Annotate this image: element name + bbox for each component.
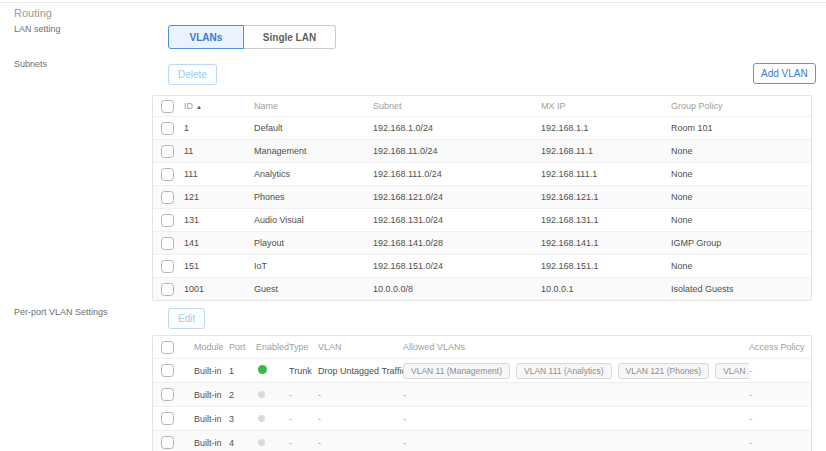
row-checkbox[interactable] (161, 388, 174, 401)
table-row[interactable]: Built-in3---- (153, 406, 811, 430)
subnets-table-header: ID▲ Name Subnet MX IP Group Policy (153, 96, 811, 116)
table-row[interactable]: 141Playout192.168.141.0/28192.168.141.1I… (153, 231, 811, 254)
subnets-label: Subnets (14, 59, 47, 69)
table-row[interactable]: 1Default192.168.1.0/24192.168.1.1Room 10… (153, 116, 811, 139)
cell-mx-ip: 192.168.131.1 (541, 215, 671, 225)
cell-group-policy: None (671, 169, 811, 179)
row-checkbox[interactable] (161, 145, 174, 158)
cell-group-policy: None (671, 261, 811, 271)
cell-type: Trunk (289, 366, 318, 376)
checkbox-cell (153, 436, 194, 449)
cell-enabled (256, 365, 289, 376)
row-checkbox[interactable] (161, 237, 174, 250)
cell-id: 1 (184, 123, 254, 133)
cell-vlan: Drop Untagged Traffic (318, 366, 403, 376)
select-all-ports-checkbox[interactable] (161, 341, 174, 354)
lan-setting-label: LAN setting (14, 24, 61, 34)
cell-type: - (289, 414, 318, 424)
cell-port: 1 (229, 366, 256, 376)
cell-group-policy: Room 101 (671, 123, 811, 133)
cell-allowed-vlans: - (403, 390, 749, 400)
column-header-module[interactable]: Module (194, 342, 229, 352)
cell-allowed-vlans-empty: - (403, 414, 406, 424)
cell-enabled (256, 390, 289, 400)
column-header-group-policy[interactable]: Group Policy (671, 101, 811, 111)
row-checkbox[interactable] (161, 436, 174, 449)
subnets-table: ID▲ Name Subnet MX IP Group Policy 1Defa… (152, 95, 812, 301)
cell-allowed-vlans: - (403, 414, 749, 424)
row-checkbox[interactable] (161, 364, 174, 377)
cell-name: Analytics (254, 169, 373, 179)
column-header-id[interactable]: ID▲ (184, 101, 254, 111)
cell-group-policy: Isolated Guests (671, 284, 811, 294)
cell-mx-ip: 192.168.141.1 (541, 238, 671, 248)
checkbox-cell (153, 237, 184, 250)
cell-vlan: - (318, 390, 403, 400)
page-title: Routing (14, 7, 52, 19)
cell-id: 11 (184, 146, 254, 156)
row-checkbox[interactable] (161, 260, 174, 273)
column-header-enabled[interactable]: Enabled (256, 342, 289, 352)
column-header-name[interactable]: Name (254, 101, 373, 111)
add-vlan-button[interactable]: Add VLAN (753, 63, 816, 84)
allowed-vlan-chip: VLAN 111 (Analytics) (516, 363, 612, 379)
table-row[interactable]: Built-in2---- (153, 382, 811, 406)
cell-group-policy: None (671, 215, 811, 225)
disabled-dot-icon (258, 415, 265, 422)
cell-name: Phones (254, 192, 373, 202)
table-row[interactable]: 111Analytics192.168.111.0/24192.168.111.… (153, 162, 811, 185)
checkbox-cell (153, 122, 184, 135)
table-row[interactable]: 11Management192.168.11.0/24192.168.11.1N… (153, 139, 811, 162)
table-row[interactable]: Built-in1TrunkDrop Untagged TrafficVLAN … (153, 358, 811, 382)
cell-subnet: 10.0.0.0/8 (373, 284, 541, 294)
row-checkbox[interactable] (161, 214, 174, 227)
column-header-subnet[interactable]: Subnet (373, 101, 541, 111)
allowed-vlan-chip: VLAN 121 (Phones) (618, 363, 710, 379)
column-header-port[interactable]: Port (229, 342, 256, 352)
column-header-type[interactable]: Type (289, 342, 318, 352)
checkbox-cell (153, 412, 194, 425)
cell-access-policy: - (749, 366, 811, 376)
table-row[interactable]: 131Audio Visual192.168.131.0/24192.168.1… (153, 208, 811, 231)
cell-mx-ip: 192.168.151.1 (541, 261, 671, 271)
cell-subnet: 192.168.111.0/24 (373, 169, 541, 179)
row-checkbox[interactable] (161, 283, 174, 296)
per-port-label: Per-port VLAN Settings (14, 307, 108, 317)
cell-type: - (289, 390, 318, 400)
top-divider (0, 2, 826, 3)
cell-subnet: 192.168.121.0/24 (373, 192, 541, 202)
checkbox-cell (153, 283, 184, 296)
row-checkbox[interactable] (161, 168, 174, 181)
allowed-vlan-chip: VLAN 1001 (Guest) (715, 363, 749, 379)
per-port-table-body: Built-in1TrunkDrop Untagged TrafficVLAN … (153, 358, 811, 451)
cell-allowed-vlans-empty: - (403, 438, 406, 448)
enabled-dot-icon (258, 365, 267, 374)
delete-button[interactable]: Delete (168, 64, 217, 85)
row-checkbox[interactable] (161, 122, 174, 135)
column-header-vlan[interactable]: VLAN (318, 342, 403, 352)
row-checkbox[interactable] (161, 191, 174, 204)
row-checkbox[interactable] (161, 412, 174, 425)
cell-group-policy: IGMP Group (671, 238, 811, 248)
checkbox-cell (153, 191, 184, 204)
table-row[interactable]: 151IoT192.168.151.0/24192.168.151.1None (153, 254, 811, 277)
table-row[interactable]: 1001Guest10.0.0.0/810.0.0.1Isolated Gues… (153, 277, 811, 300)
cell-mx-ip: 192.168.121.1 (541, 192, 671, 202)
cell-allowed-vlans-empty: - (403, 390, 406, 400)
select-all-checkbox[interactable] (161, 100, 174, 113)
column-header-access-policy[interactable]: Access Policy (749, 342, 811, 352)
cell-enabled (256, 414, 289, 424)
toggle-vlans-button[interactable]: VLANs (168, 25, 244, 49)
cell-module: Built-in (194, 438, 229, 448)
table-row[interactable]: 121Phones192.168.121.0/24192.168.121.1No… (153, 185, 811, 208)
cell-mx-ip: 192.168.11.1 (541, 146, 671, 156)
column-header-allowed-vlans[interactable]: Allowed VLANs (403, 342, 749, 352)
cell-id: 1001 (184, 284, 254, 294)
checkbox-cell (153, 260, 184, 273)
cell-group-policy: None (671, 192, 811, 202)
edit-button[interactable]: Edit (168, 308, 205, 329)
table-row[interactable]: Built-in4---- (153, 430, 811, 451)
per-port-table: Module Port Enabled Type VLAN Allowed VL… (152, 335, 812, 451)
column-header-mx-ip[interactable]: MX IP (541, 101, 671, 111)
toggle-single-lan-button[interactable]: Single LAN (244, 25, 336, 49)
